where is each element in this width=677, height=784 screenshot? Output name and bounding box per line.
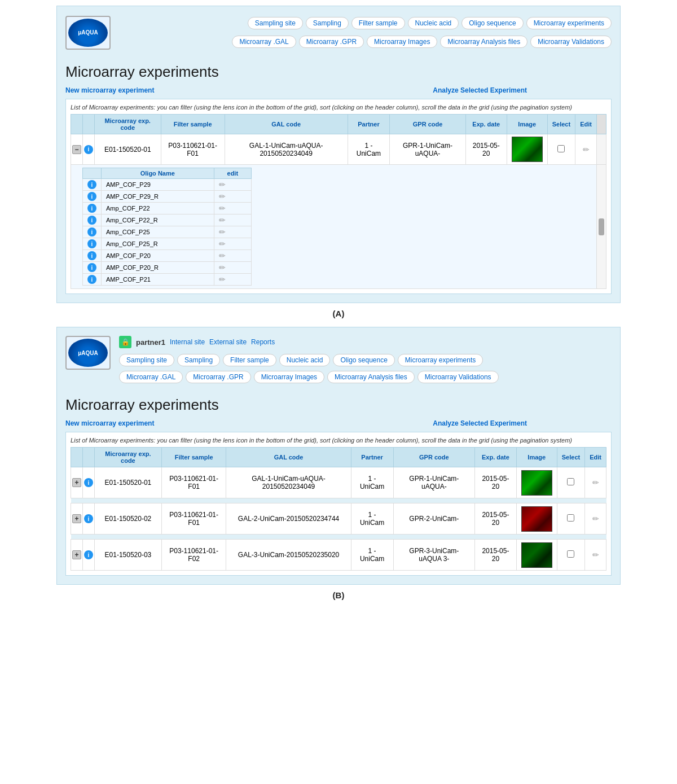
- th-partner-a[interactable]: Partner: [348, 115, 390, 134]
- th-gal-a[interactable]: GAL code: [225, 115, 348, 134]
- nav-microarray-exp-a[interactable]: Microarray experiments: [526, 17, 612, 29]
- nav-oligo-seq-a[interactable]: Oligo sequence: [461, 17, 523, 29]
- internal-site-link[interactable]: Internal site: [170, 338, 205, 346]
- nav-sampling-site-b[interactable]: Sampling site: [119, 354, 174, 366]
- edit-cell-a[interactable]: ✏: [575, 134, 597, 165]
- oligo-info-icon[interactable]: i: [87, 192, 96, 201]
- oligo-edit-cell[interactable]: ✏: [214, 226, 251, 238]
- nav-analysis-a[interactable]: Microarray Analysis files: [440, 36, 527, 48]
- edit-cell-b-1[interactable]: ✏: [585, 503, 606, 535]
- nav-images-b[interactable]: Microarray Images: [254, 371, 324, 383]
- nav-gal-a[interactable]: Microarray .GAL: [232, 36, 296, 48]
- info-cell-a[interactable]: i: [83, 134, 95, 165]
- info-cell-b-2[interactable]: i: [83, 540, 95, 571]
- oligo-edit-cell[interactable]: ✏: [214, 250, 251, 262]
- oligo-info-icon[interactable]: i: [87, 180, 96, 189]
- info-icon-b-2[interactable]: i: [84, 550, 93, 559]
- oligo-edit-pencil[interactable]: ✏: [219, 192, 226, 201]
- oligo-info-icon[interactable]: i: [87, 251, 96, 260]
- oligo-info-cell[interactable]: i: [83, 250, 102, 262]
- oligo-info-cell[interactable]: i: [83, 274, 102, 286]
- nav-validations-b[interactable]: Microarray Validations: [417, 371, 499, 383]
- select-cell-b-2[interactable]: [557, 540, 584, 571]
- nav-filter-sample-a[interactable]: Filter sample: [351, 17, 405, 29]
- select-checkbox-a[interactable]: [557, 145, 565, 152]
- oligo-info-cell[interactable]: i: [83, 179, 102, 191]
- nav-sampling-b[interactable]: Sampling: [177, 354, 220, 366]
- nav-images-a[interactable]: Microarray Images: [367, 36, 437, 48]
- oligo-edit-pencil[interactable]: ✏: [219, 204, 226, 213]
- oligo-edit-pencil[interactable]: ✏: [219, 216, 226, 225]
- oligo-info-cell[interactable]: i: [83, 238, 102, 250]
- plus-cell-b-2[interactable]: +: [71, 540, 83, 571]
- oligo-info-cell[interactable]: i: [83, 191, 102, 203]
- th-filter-a[interactable]: Filter sample: [161, 115, 225, 134]
- edit-cell-b-2[interactable]: ✏: [585, 540, 606, 571]
- oligo-edit-pencil[interactable]: ✏: [219, 251, 226, 260]
- th-gal-b[interactable]: GAL code: [226, 448, 351, 467]
- plus-btn-b-1[interactable]: +: [72, 514, 81, 523]
- nav-gpr-a[interactable]: Microarray .GPR: [299, 36, 364, 48]
- nav-gpr-b[interactable]: Microarray .GPR: [186, 371, 250, 383]
- select-cell-b-0[interactable]: [557, 467, 584, 498]
- reports-link[interactable]: Reports: [251, 338, 275, 346]
- edit-cell-b-0[interactable]: ✏: [585, 467, 606, 498]
- oligo-edit-pencil[interactable]: ✏: [219, 239, 226, 248]
- scrollbar-thumb-a[interactable]: [599, 218, 604, 235]
- oligo-info-cell[interactable]: i: [83, 226, 102, 238]
- nav-validations-a[interactable]: Microarray Validations: [530, 36, 612, 48]
- select-checkbox-b-0[interactable]: [567, 478, 574, 485]
- nav-analysis-b[interactable]: Microarray Analysis files: [327, 371, 415, 383]
- nav-sampling-site-a[interactable]: Sampling site: [248, 17, 303, 29]
- plus-cell-b-0[interactable]: +: [71, 467, 83, 498]
- nav-nucleic-acid-a[interactable]: Nucleic acid: [408, 17, 459, 29]
- nav-microarray-exp-b[interactable]: Microarray experiments: [398, 354, 483, 366]
- oligo-info-icon[interactable]: i: [87, 275, 96, 284]
- plus-cell-b-1[interactable]: +: [71, 503, 83, 535]
- external-site-link[interactable]: External site: [209, 338, 247, 346]
- nav-filter-sample-b[interactable]: Filter sample: [223, 354, 276, 366]
- info-cell-b-0[interactable]: i: [83, 467, 95, 498]
- oligo-info-cell[interactable]: i: [83, 214, 102, 226]
- oligo-edit-cell[interactable]: ✏: [214, 262, 251, 274]
- oligo-edit-pencil[interactable]: ✏: [219, 263, 226, 272]
- edit-pencil-b-1[interactable]: ✏: [592, 514, 599, 523]
- th-date-b[interactable]: Exp. date: [475, 448, 517, 467]
- new-experiment-link-b[interactable]: New microarray experiment: [65, 419, 154, 427]
- oligo-edit-cell[interactable]: ✏: [214, 179, 251, 191]
- analyze-link-a[interactable]: Analyze Selected Experiment: [433, 86, 527, 94]
- info-icon-b-0[interactable]: i: [84, 478, 93, 487]
- select-checkbox-b-1[interactable]: [567, 514, 574, 522]
- th-partner-b[interactable]: Partner: [351, 448, 393, 467]
- oligo-info-cell[interactable]: i: [83, 203, 102, 214]
- th-code-b[interactable]: Microarray exp. code: [95, 448, 162, 467]
- info-icon-b-1[interactable]: i: [84, 514, 93, 523]
- oligo-info-icon[interactable]: i: [87, 263, 96, 272]
- minus-btn-a[interactable]: −: [72, 145, 81, 154]
- oligo-edit-pencil[interactable]: ✏: [219, 275, 226, 284]
- th-gpr-a[interactable]: GPR code: [390, 115, 466, 134]
- nav-oligo-seq-b[interactable]: Oligo sequence: [333, 354, 394, 366]
- select-cell-a[interactable]: [547, 134, 575, 165]
- th-filter-b[interactable]: Filter sample: [161, 448, 226, 467]
- oligo-info-icon[interactable]: i: [87, 239, 96, 248]
- oligo-edit-pencil[interactable]: ✏: [219, 227, 226, 236]
- plus-btn-b-2[interactable]: +: [72, 550, 81, 559]
- oligo-info-icon[interactable]: i: [87, 216, 96, 225]
- nav-sampling-a[interactable]: Sampling: [306, 17, 349, 29]
- oligo-edit-cell[interactable]: ✏: [214, 274, 251, 286]
- plus-btn-b-0[interactable]: +: [72, 478, 81, 487]
- oligo-info-icon[interactable]: i: [87, 227, 96, 236]
- oligo-edit-cell[interactable]: ✏: [214, 203, 251, 214]
- oligo-info-cell[interactable]: i: [83, 262, 102, 274]
- oligo-edit-cell[interactable]: ✏: [214, 191, 251, 203]
- select-cell-b-1[interactable]: [557, 503, 584, 535]
- oligo-info-icon[interactable]: i: [87, 204, 96, 213]
- nav-nucleic-acid-b[interactable]: Nucleic acid: [279, 354, 331, 366]
- new-experiment-link-a[interactable]: New microarray experiment: [65, 86, 154, 94]
- th-gpr-b[interactable]: GPR code: [393, 448, 475, 467]
- oligo-edit-cell[interactable]: ✏: [214, 238, 251, 250]
- oligo-edit-pencil[interactable]: ✏: [219, 180, 226, 189]
- oligo-edit-cell[interactable]: ✏: [214, 214, 251, 226]
- nav-gal-b[interactable]: Microarray .GAL: [119, 371, 183, 383]
